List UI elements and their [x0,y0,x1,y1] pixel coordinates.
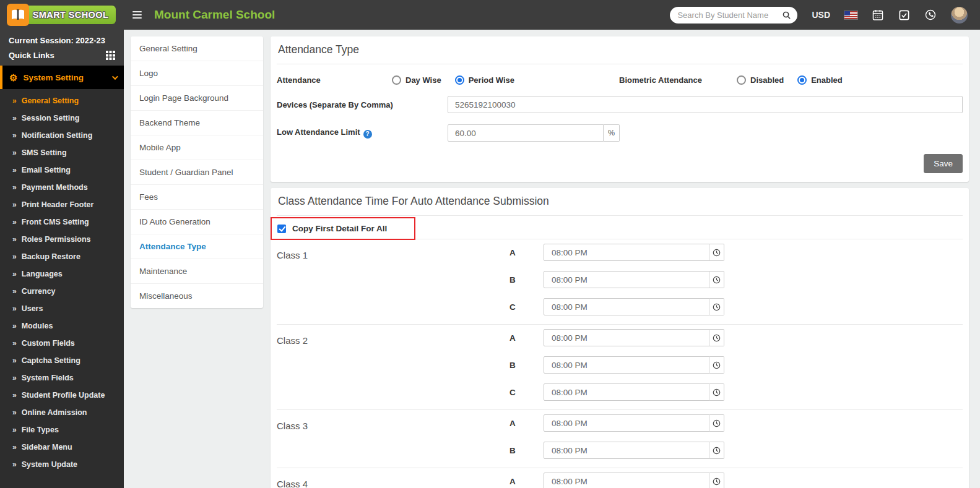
sidebar-item-label: Currency [22,287,56,296]
sidebar-item-session-setting[interactable]: »Session Setting [0,109,124,127]
currency-selector[interactable]: USD [812,10,830,20]
sidebar-item-online-admission[interactable]: »Online Admission [0,404,124,421]
time-input-group [544,414,724,432]
whatsapp-icon[interactable] [924,9,937,21]
attendance-time-input[interactable] [544,383,709,401]
clock-icon[interactable] [709,244,724,261]
sidebar-item-file-types[interactable]: »File Types [0,421,124,439]
sidebar-item-sms-setting[interactable]: »SMS Setting [0,144,124,161]
settings-submenu: General SettingLogoLogin Page Background… [131,36,263,308]
radio-icon[interactable] [392,75,401,85]
double-chevron-icon: » [12,408,17,417]
sidebar-item-users[interactable]: »Users [0,300,124,317]
clock-icon[interactable] [709,414,724,432]
double-chevron-icon: » [12,356,17,365]
settings-menu-item-id-auto-generation[interactable]: ID Auto Generation [131,210,263,234]
sidebar-item-modules[interactable]: »Modules [0,317,124,335]
attendance-radio-day-wise[interactable]: Day Wise [392,75,441,85]
sidebar-item-general-setting[interactable]: »General Setting [0,92,124,109]
sidebar-item-payment-methods[interactable]: »Payment Methods [0,179,124,196]
chevron-down-icon [112,74,118,80]
sidebar-item-system-update[interactable]: »System Update [0,456,124,473]
sidebar-item-captcha-setting[interactable]: »Captcha Setting [0,352,124,369]
settings-menu-item-mobile-app[interactable]: Mobile App [131,135,263,160]
quick-links-label: Quick Links [9,51,54,60]
biometric-radio-disabled[interactable]: Disabled [737,75,784,85]
clock-icon[interactable] [709,298,724,315]
settings-menu-item-backend-theme[interactable]: Backend Theme [131,111,263,135]
settings-menu-item-general-setting[interactable]: General Setting [131,36,263,61]
radio-icon[interactable] [737,75,746,85]
sidebar-item-email-setting[interactable]: »Email Setting [0,161,124,179]
attendance-time-input[interactable] [544,414,709,432]
settings-menu-item-student-guardian-panel[interactable]: Student / Guardian Panel [131,160,263,185]
attendance-time-input[interactable] [544,298,709,315]
save-button[interactable]: Save [924,154,963,173]
attendance-time-input[interactable] [544,244,709,261]
sidebar-item-student-profile-update[interactable]: »Student Profile Update [0,387,124,404]
low-attendance-label: Low Attendance Limit? [277,127,448,139]
radio-icon[interactable] [455,75,464,85]
sections-list: A [510,473,724,488]
double-chevron-icon: » [12,374,17,382]
quick-links-grid-icon[interactable] [106,51,115,60]
sidebar-item-languages[interactable]: »Languages [0,265,124,283]
school-name-title: Mount Carmel School [154,8,275,22]
sidebar-item-label: General Setting [22,96,79,105]
copy-first-detail-checkbox[interactable] [277,225,286,233]
sidebar-item-print-header-footer[interactable]: »Print Header Footer [0,196,124,213]
tasks-icon[interactable] [898,9,910,21]
attendance-time-input[interactable] [544,473,709,488]
class-group-class-2: Class 2ABC [277,325,963,410]
sidebar-item-custom-fields[interactable]: »Custom Fields [0,335,124,352]
sidebar-section-system-setting[interactable]: ⚙ System Setting [0,66,124,89]
devices-input[interactable] [448,96,963,113]
current-session-label: Current Session: 2022-23 [9,36,115,45]
search-input[interactable] [677,11,782,20]
us-flag-icon[interactable] [844,11,857,19]
search-icon[interactable] [782,11,791,20]
settings-menu-item-fees[interactable]: Fees [131,185,263,210]
calendar-icon[interactable] [872,9,884,21]
sidebar-item-currency[interactable]: »Currency [0,283,124,300]
radio-icon[interactable] [797,75,807,85]
settings-menu-item-miscellaneous[interactable]: Miscellaneous [131,284,263,308]
clock-icon[interactable] [709,442,724,459]
sidebar-item-system-fields[interactable]: »System Fields [0,369,124,387]
attendance-time-input[interactable] [544,271,709,288]
attendance-label: Attendance [277,75,392,85]
double-chevron-icon: » [12,235,17,244]
clock-icon[interactable] [709,356,724,374]
sidebar-item-roles-permissions[interactable]: »Roles Permissions [0,231,124,248]
help-icon[interactable]: ? [363,130,372,139]
section-row-class-2-c: C [510,383,724,401]
app-logo[interactable]: SMART SCHOOL [0,0,124,30]
clock-icon[interactable] [709,473,724,488]
sidebar-item-front-cms-setting[interactable]: »Front CMS Setting [0,213,124,231]
attendance-time-input[interactable] [544,442,709,459]
attendance-time-input[interactable] [544,356,709,374]
sidebar-item-sidebar-menu[interactable]: »Sidebar Menu [0,439,124,456]
hamburger-menu-icon[interactable] [132,11,142,19]
clock-icon[interactable] [709,329,724,346]
sidebar: Current Session: 2022-23 Quick Links ⚙ S… [0,30,124,488]
top-header: SMART SCHOOL Mount Carmel School USD [0,0,980,30]
settings-menu-item-login-page-background[interactable]: Login Page Background [131,86,263,111]
clock-icon[interactable] [709,271,724,288]
sidebar-item-notification-setting[interactable]: »Notification Setting [0,127,124,144]
attendance-radio-period-wise[interactable]: Period Wise [455,75,514,85]
double-chevron-icon: » [12,391,17,400]
sidebar-item-backup-restore[interactable]: »Backup Restore [0,248,124,265]
class-group-class-1: Class 1ABC [277,239,963,325]
settings-menu-item-attendance-type[interactable]: Attendance Type [131,234,263,259]
low-attendance-input[interactable] [448,124,604,142]
class-group-class-4: Class 4A [277,468,963,488]
biometric-radio-enabled[interactable]: Enabled [797,75,843,85]
user-avatar[interactable] [951,7,968,24]
attendance-time-input[interactable] [544,329,709,346]
settings-menu-item-maintenance[interactable]: Maintenance [131,259,263,284]
settings-menu-item-logo[interactable]: Logo [131,61,263,86]
clock-icon[interactable] [709,383,724,401]
app-root: SMART SCHOOL Mount Carmel School USD [0,0,980,488]
sidebar-item-label: SMS Setting [22,148,67,157]
